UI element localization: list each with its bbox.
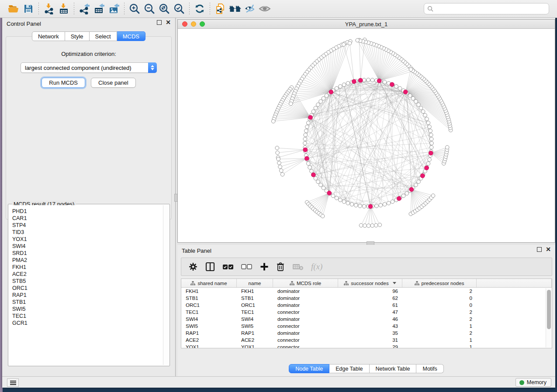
mcds-result-item[interactable]: STP4 — [12, 222, 163, 229]
table-row[interactable]: RAP1RAP1dominator352 — [181, 330, 552, 337]
zoom-in-button[interactable] — [127, 2, 142, 16]
ring-node[interactable] — [367, 78, 370, 82]
add-column-button[interactable] — [260, 262, 269, 271]
ring-node[interactable] — [304, 129, 308, 133]
ring-node[interactable] — [387, 201, 391, 205]
tab-network-table[interactable]: Network Table — [370, 364, 417, 373]
ring-node[interactable] — [398, 86, 402, 90]
ring-node[interactable] — [430, 141, 434, 145]
ring-node[interactable] — [303, 141, 307, 145]
copy-style-button[interactable] — [213, 2, 228, 16]
tab-select[interactable]: Select — [90, 31, 117, 41]
zoom-selected-button[interactable] — [172, 2, 187, 16]
mcds-result-item[interactable]: FKH1 — [12, 264, 163, 271]
delete-table-button[interactable] — [292, 263, 304, 271]
mcds-result-item[interactable]: CAR1 — [12, 215, 163, 222]
ring-node[interactable] — [350, 203, 354, 206]
ring-node[interactable] — [354, 203, 358, 207]
mcds-hub-node[interactable] — [377, 79, 381, 83]
mcds-result-item[interactable]: ORC1 — [12, 285, 163, 292]
deselect-all-button[interactable] — [241, 263, 253, 270]
ring-node[interactable] — [423, 113, 427, 117]
ring-node[interactable] — [308, 165, 312, 169]
mcds-result-item[interactable]: GCR1 — [12, 320, 163, 327]
ring-node[interactable] — [429, 133, 433, 137]
ring-node[interactable] — [346, 201, 350, 205]
table-row[interactable]: FKH1FKH1dominator962 — [181, 288, 552, 295]
window-close-traffic-light[interactable] — [182, 21, 187, 27]
tab-node-table[interactable]: Node Table — [289, 364, 329, 373]
optimization-criterion-select[interactable]: largest connected component (undirected) — [21, 62, 157, 73]
column-header-MCDS-role[interactable]: MCDS role — [273, 279, 338, 287]
leaf-node[interactable] — [378, 223, 382, 227]
mcds-result-item[interactable]: TEC1 — [12, 313, 163, 320]
mcds-result-item[interactable]: STB1 — [12, 299, 163, 306]
mcds-hub-node[interactable] — [327, 191, 332, 195]
mcds-hub-node[interactable] — [352, 79, 356, 84]
column-header-successor-nodes[interactable]: successor nodes — [338, 279, 402, 287]
leaf-node[interactable] — [289, 102, 293, 106]
table-row[interactable]: TEC1TEC1connector472 — [181, 309, 552, 316]
mcds-result-item[interactable]: TID3 — [12, 229, 163, 236]
export-network-button[interactable] — [77, 2, 92, 16]
tab-style[interactable]: Style — [65, 31, 90, 41]
delete-column-button[interactable] — [276, 262, 285, 272]
mcds-result-item[interactable]: RAP1 — [12, 292, 163, 299]
mcds-result-item[interactable]: ACE2 — [12, 271, 163, 278]
leaf-node[interactable] — [363, 224, 367, 228]
ring-node[interactable] — [339, 85, 343, 89]
table-row[interactable]: STB1STB1dominator620 — [181, 295, 552, 302]
leaf-node[interactable] — [278, 165, 282, 169]
close-panel-icon[interactable]: ✕ — [166, 20, 171, 25]
mcds-result-item[interactable]: YOX1 — [12, 236, 163, 243]
search-field[interactable] — [424, 3, 549, 14]
leaf-node[interactable] — [445, 145, 449, 149]
ring-node[interactable] — [322, 186, 325, 190]
ring-node[interactable] — [421, 110, 425, 113]
ring-node[interactable] — [419, 106, 423, 110]
leaf-node[interactable] — [374, 224, 378, 227]
ring-node[interactable] — [306, 121, 310, 125]
task-history-button[interactable] — [7, 378, 19, 387]
tab-motifs[interactable]: Motifs — [416, 364, 443, 373]
mcds-hub-node[interactable] — [420, 174, 425, 178]
ring-node[interactable] — [429, 137, 433, 141]
ring-node[interactable] — [391, 200, 394, 204]
import-network-button[interactable] — [42, 2, 56, 16]
ring-node[interactable] — [305, 125, 309, 129]
mcds-hub-node[interactable] — [424, 166, 429, 170]
leaf-node[interactable] — [348, 41, 352, 45]
leaf-node[interactable] — [271, 120, 275, 124]
ring-node[interactable] — [335, 196, 339, 200]
save-session-button[interactable] — [21, 2, 36, 16]
ring-node[interactable] — [335, 86, 339, 90]
mcds-result-item[interactable]: SRD1 — [12, 250, 163, 257]
ring-node[interactable] — [325, 94, 329, 98]
zoom-out-button[interactable] — [142, 2, 157, 16]
leaf-node[interactable] — [356, 38, 360, 42]
tab-mcds[interactable]: MCDS — [117, 31, 145, 41]
ring-node[interactable] — [342, 200, 346, 204]
close-panel-icon[interactable]: ✕ — [546, 247, 551, 252]
column-header-predecessor-nodes[interactable]: predecessor nodes — [402, 279, 477, 287]
leaf-node[interactable] — [342, 43, 346, 47]
ring-node[interactable] — [417, 180, 421, 184]
table-row[interactable]: SWI5SWI5connector431 — [181, 323, 552, 330]
ring-node[interactable] — [316, 103, 320, 107]
mcds-result-item[interactable]: STB5 — [12, 278, 163, 285]
ring-node[interactable] — [429, 145, 433, 149]
ring-node[interactable] — [375, 204, 379, 208]
column-header-shared-name[interactable]: shared name — [181, 279, 237, 287]
ring-node[interactable] — [383, 203, 387, 206]
ring-node[interactable] — [303, 137, 307, 141]
ring-node[interactable] — [310, 169, 314, 173]
mcds-hub-node[interactable] — [390, 83, 394, 87]
ring-node[interactable] — [411, 96, 415, 100]
mcds-result-list[interactable]: PHD1CAR1STP4TID3YOX1SWI4SRD1PMA2FKH1ACE2… — [9, 205, 163, 365]
ring-node[interactable] — [304, 133, 308, 137]
ring-node[interactable] — [311, 110, 315, 113]
window-minimize-traffic-light[interactable] — [191, 21, 196, 27]
mcds-hub-node[interactable] — [303, 148, 308, 152]
ring-node[interactable] — [408, 94, 412, 98]
function-builder-button[interactable]: f(x) — [311, 262, 322, 272]
